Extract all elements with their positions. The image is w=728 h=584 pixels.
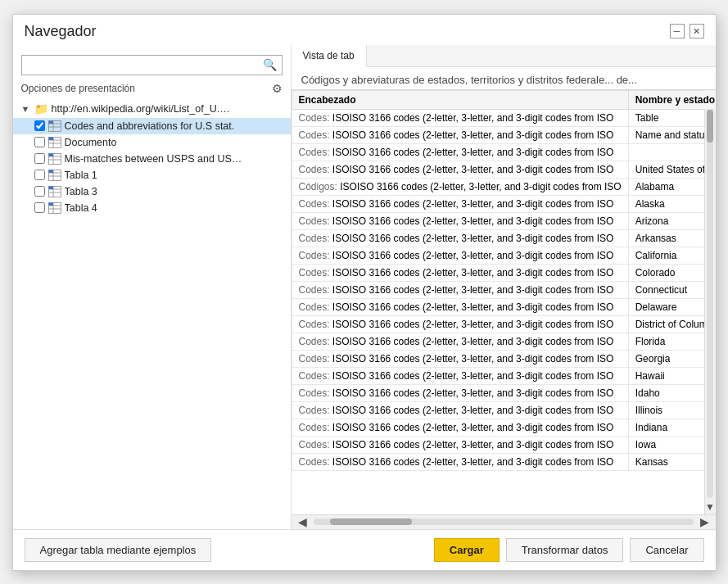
tree-checkbox-mis-matches[interactable] [34,153,45,164]
search-button[interactable]: 🔍 [258,56,282,74]
tree-item-tabla3[interactable]: Tabla 3 [13,183,291,200]
table-row: Codes: ISOISO 3166 codes (2-letter, 3-le… [292,350,716,367]
titlebar-controls: ─ ✕ [670,24,704,38]
table-cell-nombre: Indiana [628,419,715,436]
tree-item-tabla1[interactable]: Tabla 1 [13,167,291,183]
minimize-button[interactable]: ─ [670,24,685,38]
scroll-down-icon[interactable]: ▼ [703,500,715,514]
footer-right: Cargar Transformar datos Cancelar [434,538,704,562]
tree-checkbox-documento[interactable] [34,137,45,147]
table-cell-nombre: Name and status [628,126,715,143]
h-scroll-thumb[interactable] [330,518,412,525]
table-cell-encabezado: Codes: ISOISO 3166 codes (2-letter, 3-le… [292,195,628,212]
footer-left: Agregar tabla mediante ejemplos [25,538,212,562]
tree-checkbox-codes-abbrev[interactable] [34,120,45,131]
col-encabezado-header: Encabezado [292,90,628,109]
vertical-scrollbar[interactable]: ▲ ▼ [704,90,716,514]
tree-root[interactable]: ▼ 📁 http://en.wikipedia.org/wiki/List_of… [13,100,291,118]
table-cell-nombre: Florida [628,333,715,350]
tree-checkbox-tabla1[interactable] [34,170,45,180]
table-icon-codes-abbrev [48,120,61,132]
table-row: Codes: ISOISO 3166 codes (2-letter, 3-le… [292,367,716,384]
svg-rect-19 [48,170,53,173]
tree-arrow-icon: ▼ [21,104,33,114]
table-cell-nombre: Idaho [628,384,715,401]
table-body: Codes: ISOISO 3166 codes (2-letter, 3-le… [292,109,716,470]
scroll-right-button[interactable]: ▶ [697,515,712,528]
table-cell-encabezado: Codes: ISOISO 3166 codes (2-letter, 3-le… [292,109,628,126]
table-cell-encabezado: Codes: ISOISO 3166 codes (2-letter, 3-le… [292,367,628,384]
tree-item-documento[interactable]: Documento [13,134,291,151]
svg-rect-4 [48,120,53,124]
table-cell-nombre [628,143,715,161]
table-row: Codes: ISOISO 3166 codes (2-letter, 3-le… [292,229,716,247]
tree-item-codes-abbrev[interactable]: Codes and abbreviations for U.S stat. [13,118,291,134]
main-content: 🔍 Opciones de presentación ⚙ ▼ 📁 http://… [13,45,716,529]
horizontal-scrollbar[interactable]: ◀ ▶ [292,514,716,529]
table-cell-nombre: Illinois [628,401,715,419]
footer: Agregar tabla mediante ejemplos Cargar T… [13,529,716,570]
load-button[interactable]: Cargar [434,538,500,562]
table-cell-encabezado: Codes: ISOISO 3166 codes (2-letter, 3-le… [292,212,628,229]
table-cell-encabezado: Codes: ISOISO 3166 codes (2-letter, 3-le… [292,298,628,315]
svg-rect-29 [48,202,53,206]
table-row: Codes: ISOISO 3166 codes (2-letter, 3-le… [292,161,716,178]
data-table-wrapper[interactable]: Encabezado Nombre y estado Codes: ISOISO… [292,90,716,514]
table-row: Codes: ISOISO 3166 codes (2-letter, 3-le… [292,247,716,264]
tree-label-documento: Documento [65,137,117,148]
table-row: Codes: ISOISO 3166 codes (2-letter, 3-le… [292,419,716,436]
right-panel: Vista de tab Códigos y abreviaturas de e… [292,45,716,529]
table-row: Codes: ISOISO 3166 codes (2-letter, 3-le… [292,384,716,401]
tree-label-tabla4: Tabla 4 [65,202,97,214]
table-row: Codes: ISOISO 3166 codes (2-letter, 3-le… [292,264,716,281]
table-cell-encabezado: Codes: ISOISO 3166 codes (2-letter, 3-le… [292,264,628,281]
h-scroll-track[interactable] [314,518,694,525]
table-icon-tabla1 [48,170,61,181]
table-cell-nombre: Iowa [628,436,715,453]
table-cell-encabezado: Codes: ISOISO 3166 codes (2-letter, 3-le… [292,229,628,247]
tree-label-tabla3: Tabla 3 [65,186,97,197]
svg-rect-24 [48,186,53,189]
table-cell-encabezado: Códigos: ISOISO 3166 codes (2-letter, 3-… [292,178,628,195]
table-cell-nombre: District of Columb [628,315,715,333]
scroll-track[interactable] [707,106,713,498]
add-table-button[interactable]: Agregar tabla mediante ejemplos [25,538,212,562]
table-cell-encabezado: Codes: ISOISO 3166 codes (2-letter, 3-le… [292,453,628,470]
table-row: Codes: ISOISO 3166 codes (2-letter, 3-le… [292,298,716,315]
scroll-left-button[interactable]: ◀ [295,515,310,528]
tab-vista[interactable]: Vista de tab [292,45,367,67]
tree-items: Codes and abbreviations for U.S stat. Do… [13,118,291,216]
data-table: Encabezado Nombre y estado Codes: ISOISO… [292,90,716,471]
table-cell-encabezado: Codes: ISOISO 3166 codes (2-letter, 3-le… [292,436,628,453]
tree-item-tabla4[interactable]: Tabla 4 [13,200,291,216]
table-icon-mis-matches [48,153,61,165]
close-button[interactable]: ✕ [690,24,704,38]
table-cell-nombre: Georgia [628,350,715,367]
table-cell-nombre: Delaware [628,298,715,315]
table-row: Codes: ISOISO 3166 codes (2-letter, 3-le… [292,143,716,161]
table-cell-encabezado: Codes: ISOISO 3166 codes (2-letter, 3-le… [292,384,628,401]
table-cell-encabezado: Codes: ISOISO 3166 codes (2-letter, 3-le… [292,333,628,350]
transform-button[interactable]: Transformar datos [506,538,624,562]
table-cell-nombre: Arkansas [628,229,715,247]
table-cell-nombre: Colorado [628,264,715,281]
table-row: Codes: ISOISO 3166 codes (2-letter, 3-le… [292,126,716,143]
table-cell-nombre: Arizona [628,212,715,229]
folder-icon: 📁 [34,102,48,115]
table-cell-nombre: Alaska [628,195,715,212]
table-cell-encabezado: Codes: ISOISO 3166 codes (2-letter, 3-le… [292,143,628,161]
col-nombre-header: Nombre y estado [628,90,715,109]
tree-item-mis-matches[interactable]: Mis-matches between USPS and USCG co... [13,151,291,167]
scroll-thumb[interactable] [707,110,713,143]
opciones-label: Opciones de presentación [21,83,135,94]
cancel-button[interactable]: Cancelar [630,538,703,562]
opciones-icon-button[interactable]: ⚙ [272,82,283,95]
search-input[interactable] [22,56,258,75]
search-bar: 🔍 [21,55,283,75]
table-row: Codes: ISOISO 3166 codes (2-letter, 3-le… [292,195,716,212]
tree-checkbox-tabla4[interactable] [34,202,45,213]
tree-root-label: http://en.wikipedia.org/wiki/List_of_U.S… [52,103,232,115]
tree-checkbox-tabla3[interactable] [34,186,45,197]
table-cell-encabezado: Codes: ISOISO 3166 codes (2-letter, 3-le… [292,350,628,367]
svg-rect-9 [48,137,53,140]
